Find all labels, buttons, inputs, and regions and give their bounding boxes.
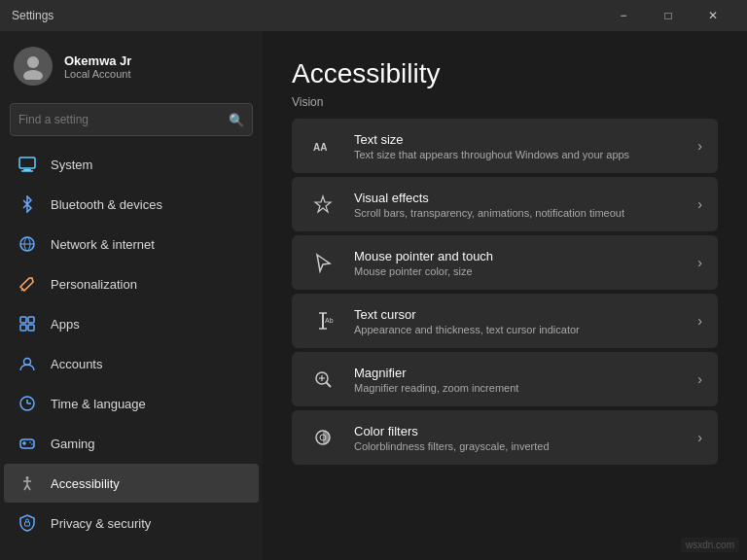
settings-list: AAText sizeText size that appears throug…	[292, 119, 718, 465]
text-cursor-desc: Appearance and thickness, text cursor in…	[354, 324, 682, 335]
page-title: Accessibility	[292, 58, 718, 89]
user-info: Okemwa Jr Local Account	[64, 53, 131, 80]
text-cursor-chevron-icon: ›	[697, 313, 702, 329]
magnifier-text: MagnifierMagnifier reading, zoom increme…	[354, 366, 682, 394]
sidebar-item-label-accessibility: Accessibility	[51, 476, 120, 491]
svg-line-24	[24, 485, 27, 490]
setting-item-mouse-pointer[interactable]: Mouse pointer and touchMouse pointer col…	[292, 235, 718, 290]
mouse-pointer-icon	[307, 247, 338, 278]
svg-point-20	[31, 443, 33, 445]
svg-rect-8	[20, 317, 26, 323]
content-area: Accessibility Vision AAText sizeText siz…	[263, 31, 747, 560]
magnifier-icon	[307, 364, 338, 395]
magnifier-chevron-icon: ›	[697, 371, 702, 387]
svg-line-25	[27, 485, 30, 490]
titlebar-controls: − □ ✕	[601, 0, 735, 31]
color-filters-chevron-icon: ›	[697, 430, 702, 445]
sidebar-item-accessibility[interactable]: Accessibility	[4, 464, 259, 503]
text-size-desc: Text size that appears throughout Window…	[354, 149, 682, 160]
sidebar-item-privacy[interactable]: Privacy & security	[4, 504, 259, 542]
visual-effects-name: Visual effects	[354, 191, 682, 205]
svg-text:AA: AA	[313, 142, 327, 153]
svg-point-21	[26, 476, 29, 479]
bluetooth-icon	[18, 194, 37, 214]
maximize-button[interactable]: □	[646, 0, 691, 31]
personalization-icon	[18, 274, 37, 294]
titlebar-title: Settings	[12, 9, 53, 22]
setting-item-color-filters[interactable]: Color filtersColorblindness filters, gra…	[292, 410, 718, 465]
minimize-button[interactable]: −	[601, 0, 646, 31]
mouse-pointer-desc: Mouse pointer color, size	[354, 265, 682, 277]
color-filters-desc: Colorblindness filters, grayscale, inver…	[354, 440, 682, 452]
color-filters-name: Color filters	[354, 424, 682, 438]
accessibility-icon	[18, 473, 37, 493]
apps-icon	[18, 314, 37, 333]
svg-point-0	[27, 56, 39, 68]
avatar	[14, 47, 53, 86]
sidebar-item-bluetooth[interactable]: Bluetooth & devices	[4, 185, 259, 224]
svg-point-19	[29, 441, 31, 443]
text-size-name: Text size	[354, 132, 682, 147]
section-label: Vision	[292, 95, 718, 109]
text-cursor-icon: Ab	[307, 305, 338, 336]
setting-item-text-cursor[interactable]: AbText cursorAppearance and thickness, t…	[292, 294, 718, 348]
sidebar-item-label-network: Network & internet	[51, 237, 155, 252]
svg-rect-2	[19, 158, 35, 168]
accounts-icon	[18, 354, 37, 373]
magnifier-name: Magnifier	[354, 366, 682, 380]
text-cursor-name: Text cursor	[354, 307, 682, 322]
sidebar-item-label-gaming: Gaming	[51, 437, 95, 451]
text-size-chevron-icon: ›	[697, 138, 702, 154]
privacy-icon	[18, 513, 37, 533]
main-layout: Okemwa Jr Local Account 🔍 SystemBluetoot…	[0, 31, 747, 560]
setting-item-text-size[interactable]: AAText sizeText size that appears throug…	[292, 119, 718, 173]
color-filters-icon	[307, 422, 338, 453]
close-button[interactable]: ✕	[691, 0, 735, 31]
sidebar-item-system[interactable]: System	[4, 145, 259, 184]
setting-item-visual-effects[interactable]: Visual effectsScroll bars, transparency,…	[292, 177, 718, 231]
sidebar-item-label-bluetooth: Bluetooth & devices	[51, 197, 162, 212]
sidebar-item-label-privacy: Privacy & security	[51, 516, 151, 531]
text-cursor-text: Text cursorAppearance and thickness, tex…	[354, 307, 682, 335]
sidebar-item-label-apps: Apps	[51, 317, 80, 332]
text-size-icon: AA	[307, 130, 338, 161]
sidebar-item-network[interactable]: Network & internet	[4, 225, 259, 263]
sidebar-item-time[interactable]: Time & language	[4, 384, 259, 423]
svg-rect-10	[20, 325, 26, 331]
svg-line-33	[327, 383, 332, 388]
network-icon	[18, 234, 37, 254]
mouse-pointer-name: Mouse pointer and touch	[354, 249, 682, 263]
mouse-pointer-chevron-icon: ›	[697, 255, 702, 270]
sidebar-item-apps[interactable]: Apps	[4, 304, 259, 343]
svg-text:Ab: Ab	[325, 317, 334, 324]
user-type: Local Account	[64, 68, 131, 80]
svg-rect-26	[25, 522, 30, 526]
sidebar-item-label-accounts: Accounts	[51, 357, 102, 371]
sidebar-item-gaming[interactable]: Gaming	[4, 424, 259, 463]
sidebar-item-label-personalization: Personalization	[51, 277, 137, 292]
search-input[interactable]	[18, 113, 229, 126]
search-icon: 🔍	[229, 113, 244, 127]
gaming-icon	[18, 434, 37, 453]
sidebar-item-label-time: Time & language	[51, 397, 146, 411]
nav-items: SystemBluetooth & devicesNetwork & inter…	[0, 144, 263, 560]
time-icon	[18, 394, 37, 413]
mouse-pointer-text: Mouse pointer and touchMouse pointer col…	[354, 249, 682, 277]
setting-item-magnifier[interactable]: MagnifierMagnifier reading, zoom increme…	[292, 352, 718, 406]
user-profile[interactable]: Okemwa Jr Local Account	[0, 31, 263, 99]
visual-effects-desc: Scroll bars, transparency, animations, n…	[354, 207, 682, 219]
color-filters-text: Color filtersColorblindness filters, gra…	[354, 424, 682, 452]
visual-effects-chevron-icon: ›	[697, 196, 702, 212]
magnifier-desc: Magnifier reading, zoom increment	[354, 382, 682, 394]
svg-point-1	[23, 70, 43, 80]
sidebar-item-personalization[interactable]: Personalization	[4, 264, 259, 303]
search-box[interactable]: 🔍	[10, 103, 253, 136]
svg-rect-9	[28, 317, 34, 323]
svg-rect-11	[28, 325, 34, 331]
visual-effects-text: Visual effectsScroll bars, transparency,…	[354, 191, 682, 219]
sidebar-item-label-system: System	[51, 158, 92, 172]
sidebar: Okemwa Jr Local Account 🔍 SystemBluetoot…	[0, 31, 263, 560]
text-size-text: Text sizeText size that appears througho…	[354, 132, 682, 160]
visual-effects-icon	[307, 189, 338, 220]
sidebar-item-accounts[interactable]: Accounts	[4, 344, 259, 383]
